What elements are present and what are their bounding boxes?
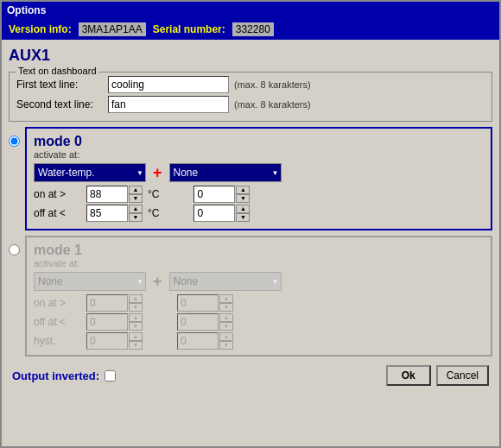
mode0-on-at2-spinner: ▲ ▼	[236, 186, 250, 203]
mode0-section: mode 0 activate at: Water-temp. + None	[9, 127, 492, 230]
output-inverted-checkbox[interactable]	[105, 370, 116, 382]
mode0-off-at-input[interactable]	[86, 205, 128, 222]
mode0-on-at2-input[interactable]	[193, 186, 235, 203]
mode0-off-at2-input[interactable]	[193, 205, 235, 222]
mode1-on-at-row: on at > ▲ ▼	[34, 294, 143, 312]
mode0-off-at2-down[interactable]: ▼	[236, 213, 250, 222]
mode0-off-at-label: off at <	[34, 207, 81, 219]
mode1-hyst2-down[interactable]: ▼	[219, 341, 233, 350]
ok-button[interactable]: Ok	[386, 365, 431, 386]
mode1-off-at-input[interactable]	[86, 313, 128, 331]
mode1-on-at2-up[interactable]: ▲	[219, 294, 233, 303]
mode1-on-at2-input[interactable]	[177, 294, 219, 312]
second-text-input[interactable]	[108, 96, 229, 113]
first-text-label: First text line:	[16, 79, 103, 91]
mode1-off-at2-up[interactable]: ▲	[219, 313, 233, 322]
mode0-off-at-spinner: ▲ ▼	[129, 205, 143, 222]
mode1-hyst-input[interactable]	[86, 332, 128, 350]
mode0-on-at-row: on at > ▲ ▼ °C	[34, 186, 159, 203]
mode0-on-at2-row: ▲ ▼	[193, 186, 250, 203]
options-window: Options Version info: 3MA1AP1AA Serial n…	[0, 0, 501, 448]
mode0-off-at-row: off at < ▲ ▼ °C	[34, 205, 159, 222]
mode1-hyst-up[interactable]: ▲	[129, 332, 143, 341]
mode1-off-at-up[interactable]: ▲	[129, 313, 143, 322]
mode0-selector2-wrapper: None	[169, 163, 282, 182]
version-value: 3MA1AP1AA	[79, 22, 146, 36]
mode0-box: mode 0 activate at: Water-temp. + None	[25, 127, 492, 230]
mode0-selector1[interactable]: Water-temp.	[34, 163, 146, 182]
mode0-on-at-unit: °C	[148, 188, 159, 200]
title-bar: Options	[2, 2, 499, 19]
mode1-on-at2-down[interactable]: ▼	[219, 303, 233, 312]
mode0-on-at-spin: ▲ ▼	[86, 186, 143, 203]
first-text-hint: (max. 8 karakters)	[234, 79, 311, 90]
serial-value: 332280	[232, 22, 274, 36]
mode1-plus: +	[153, 273, 162, 291]
second-text-row: Second text line: (max. 8 karakters)	[16, 96, 485, 113]
mode1-hyst-spinner: ▲ ▼	[129, 332, 143, 350]
output-inverted-section: Output inverted:	[12, 369, 116, 382]
mode0-on-at2-up[interactable]: ▲	[236, 186, 250, 194]
mode0-on-at-spinner: ▲ ▼	[129, 186, 143, 203]
mode1-off-at-down[interactable]: ▼	[129, 322, 143, 331]
mode1-box: mode 1 activate at: None + None	[25, 236, 492, 357]
mode0-selector2[interactable]: None	[169, 163, 282, 182]
mode1-on-at-spinner: ▲ ▼	[129, 294, 143, 312]
mode1-off-at-spin: ▲ ▼	[86, 313, 143, 331]
mode0-off-at2-up[interactable]: ▲	[236, 205, 250, 213]
mode0-on-at-input[interactable]	[86, 186, 128, 203]
mode1-hyst2-input[interactable]	[177, 332, 219, 350]
mode1-selector2[interactable]: None	[169, 272, 282, 291]
mode1-off-at-row: off at < ▲ ▼	[34, 313, 143, 331]
mode1-selector2-wrapper: None	[169, 272, 282, 291]
mode1-hyst-spin: ▲ ▼	[86, 332, 143, 350]
mode0-on-at-down[interactable]: ▼	[129, 194, 143, 203]
mode1-on-at2-spinner: ▲ ▼	[219, 294, 233, 312]
mode1-selector1-wrapper: None	[34, 272, 146, 291]
mode0-spinners: on at > ▲ ▼ °C off at <	[34, 186, 484, 224]
mode1-selector1[interactable]: None	[34, 272, 146, 291]
mode1-off-at2-input[interactable]	[177, 313, 219, 331]
mode0-on-at-label: on at >	[34, 188, 81, 200]
first-text-input[interactable]	[108, 76, 229, 93]
mode0-selector1-wrapper: Water-temp.	[34, 163, 146, 182]
mode1-activate-label: activate at:	[34, 258, 484, 268]
mode1-hyst2-up[interactable]: ▲	[219, 332, 233, 341]
second-text-hint: (max. 8 karakters)	[234, 99, 311, 110]
mode1-on-at-label: on at >	[34, 297, 81, 309]
mode1-off-at2-row: ▲ ▼	[177, 313, 233, 331]
mode0-off-at2-spin: ▲ ▼	[193, 205, 250, 222]
mode1-off-at2-down[interactable]: ▼	[219, 322, 233, 331]
mode1-off-at-label: off at <	[34, 316, 81, 328]
mode0-off-at2-row: ▲ ▼	[193, 205, 250, 222]
mode0-off-at-down[interactable]: ▼	[129, 213, 143, 222]
mode0-off-at-spin: ▲ ▼	[86, 205, 143, 222]
mode0-left-spins: on at > ▲ ▼ °C off at <	[34, 186, 159, 224]
bottom-row: Output inverted: Ok Cancel	[9, 362, 492, 386]
mode1-on-at-down[interactable]: ▼	[129, 303, 143, 312]
mode1-off-at2-spinner: ▲ ▼	[219, 313, 233, 331]
second-text-label: Second text line:	[16, 98, 103, 110]
mode1-section: mode 1 activate at: None + None	[9, 236, 492, 357]
mode0-on-at2-down[interactable]: ▼	[236, 194, 250, 203]
mode0-off-at-up[interactable]: ▲	[129, 205, 143, 213]
mode1-spinners: on at > ▲ ▼ off at <	[34, 294, 484, 350]
mode0-right-spins: ▲ ▼ ▲ ▼	[193, 186, 250, 224]
mode1-radio[interactable]	[9, 244, 20, 256]
mode1-on-at-spin: ▲ ▼	[86, 294, 143, 312]
mode1-hyst-down[interactable]: ▼	[129, 341, 143, 350]
version-bar: Version info: 3MA1AP1AA Serial number: 3…	[2, 19, 499, 40]
mode1-hyst2-spinner: ▲ ▼	[219, 332, 233, 350]
mode1-title: mode 1	[34, 243, 484, 258]
version-label: Version info:	[9, 23, 72, 35]
mode1-on-at2-spin: ▲ ▼	[177, 294, 233, 312]
cancel-button[interactable]: Cancel	[436, 365, 489, 386]
mode1-on-at-up[interactable]: ▲	[129, 294, 143, 303]
mode0-radio[interactable]	[9, 136, 20, 147]
mode1-on-at-input[interactable]	[86, 294, 128, 312]
mode1-hyst-label: hyst.	[34, 335, 81, 347]
output-inverted-label: Output inverted:	[12, 369, 99, 382]
mode1-left-spins: on at > ▲ ▼ off at <	[34, 294, 143, 350]
mode0-on-at-up[interactable]: ▲	[129, 186, 143, 194]
mode0-title: mode 0	[34, 134, 484, 149]
